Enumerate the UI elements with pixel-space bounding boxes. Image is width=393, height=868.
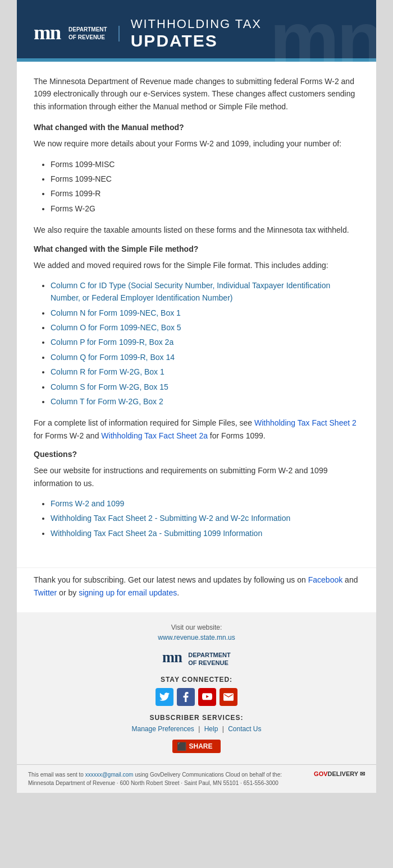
column-q-link[interactable]: Column Q for Form 1099-R, Box 14	[51, 353, 175, 362]
header-title-bottom: UPDATES	[131, 31, 262, 50]
manage-preferences-link[interactable]: Manage Preferences	[131, 725, 194, 733]
questions-list: Forms W-2 and 1099 Withholding Tax Fact …	[51, 497, 359, 539]
twitter-social-icon[interactable]	[156, 688, 173, 706]
footer-dept-text: DEPARTMENT OF REVENUE	[188, 651, 231, 667]
list-item: Forms W-2 and 1099	[51, 497, 359, 510]
govdelivery-badge: GOVDELIVERY ✉	[314, 770, 365, 778]
logo-dept-text: DEPARTMENT OF REVENUE	[68, 26, 120, 41]
list-item: Column P for Form 1099-R, Box 2a	[51, 336, 359, 348]
column-r-link[interactable]: Column R for Form W-2G, Box 1	[51, 367, 164, 376]
youtube-social-icon[interactable]	[198, 688, 216, 706]
email-header: mn DEPARTMENT OF REVENUE WITHHOLDING TAX…	[17, 0, 376, 62]
manual-method-body: We now require more details about your F…	[34, 137, 359, 150]
questions-body: See our website for instructions and req…	[34, 464, 359, 490]
manual-method-list: Forms 1099-MISC Forms 1099-NEC Forms 109…	[51, 158, 359, 215]
list-item: Withholding Tax Fact Sheet 2a - Submitti…	[51, 527, 359, 539]
facebook-social-icon[interactable]	[177, 688, 195, 706]
share-label: SHARE	[189, 742, 212, 750]
list-item: Forms W-2G	[51, 202, 359, 215]
list-item: Column N for Form 1099-NEC, Box 1	[51, 307, 359, 319]
fact-sheet-2-link[interactable]: Withholding Tax Fact Sheet 2	[254, 418, 357, 427]
email-social-icon[interactable]	[220, 688, 237, 706]
facebook-link[interactable]: Facebook	[308, 575, 342, 584]
email-signup-link[interactable]: signing up for email updates	[79, 588, 177, 597]
header-title-top: WITHHOLDING TAX	[131, 17, 262, 31]
twitter-link[interactable]: Twitter	[34, 588, 57, 597]
svg-text:mn: mn	[34, 21, 61, 43]
list-item: Column S for Form W-2G, Box 15	[51, 381, 359, 393]
email-wrapper: mn DEPARTMENT OF REVENUE WITHHOLDING TAX…	[0, 0, 393, 793]
bottom-bar-text: This email was sent to xxxxxx@gmail.com …	[28, 770, 308, 787]
list-item: Column Q for Form 1099-R, Box 14	[51, 351, 359, 363]
list-item: Column T for Form W-2G, Box 2	[51, 395, 359, 408]
header-title: WITHHOLDING TAX UPDATES	[131, 17, 262, 50]
column-o-link[interactable]: Column O for Form 1099-NEC, Box 5	[51, 323, 181, 332]
manual-method-footer: We also require the taxable amounts list…	[34, 224, 359, 236]
main-content: The Minnesota Department of Revenue made…	[17, 62, 376, 562]
column-s-link[interactable]: Column S for Form W-2G, Box 15	[51, 382, 168, 391]
email-address-link[interactable]: xxxxxx@gmail.com	[85, 772, 134, 778]
svg-text:mn: mn	[162, 649, 182, 666]
thankyou-text: Thank you for subscribing. Get our lates…	[34, 574, 359, 599]
simple-method-list: Column C for ID Type (Social Security Nu…	[51, 279, 359, 408]
share-button[interactable]: ⬛ SHARE	[172, 740, 220, 753]
list-item: Forms 1099-NEC	[51, 173, 359, 185]
footer-stay-connected: STAY CONNECTED:	[28, 676, 365, 684]
email-container: mn DEPARTMENT OF REVENUE WITHHOLDING TAX…	[17, 0, 376, 793]
intro-paragraph: The Minnesota Department of Revenue made…	[34, 75, 359, 113]
fact-sheet-2a-link[interactable]: Withholding Tax Fact Sheet 2a	[101, 431, 208, 440]
column-c-link[interactable]: Column C for ID Type (Social Security Nu…	[51, 281, 330, 302]
header-bg-decoration: mn	[269, 0, 376, 62]
manual-method-heading: What changed with the Manual method?	[34, 123, 359, 132]
column-n-link[interactable]: Column N for Form 1099-NEC, Box 1	[51, 308, 181, 317]
logo-area: mn DEPARTMENT OF REVENUE WITHHOLDING TAX…	[34, 17, 262, 50]
footer-subscriber-label: SUBSCRIBER SERVICES:	[28, 714, 365, 722]
footer-mn-icon: mn	[162, 649, 184, 669]
forms-w2-1099-link[interactable]: Forms W-2 and 1099	[51, 499, 124, 508]
fact-sheet-2a-link-q[interactable]: Withholding Tax Fact Sheet 2a - Submitti…	[51, 529, 262, 538]
thankyou-section: Thank you for subscribing. Get our lates…	[17, 567, 376, 612]
simple-method-footer: For a complete list of information requi…	[34, 417, 359, 442]
social-icons-group	[28, 688, 365, 706]
list-item: Column C for ID Type (Social Security Nu…	[51, 279, 359, 304]
list-item: Forms 1099-R	[51, 187, 359, 200]
contact-us-link[interactable]: Contact Us	[228, 725, 261, 733]
list-item: Column R for Form W-2G, Box 1	[51, 366, 359, 378]
share-icon: ⬛	[177, 742, 186, 751]
fact-sheet-2-link-q[interactable]: Withholding Tax Fact Sheet 2 - Submittin…	[51, 514, 290, 523]
email-footer: Visit our website: www.revenue.state.mn.…	[17, 612, 376, 764]
bottom-bar: This email was sent to xxxxxx@gmail.com …	[17, 764, 376, 793]
simple-method-body: We added and moved required rows for the…	[34, 259, 359, 271]
footer-visit-label: Visit our website:	[28, 624, 365, 631]
simple-method-heading: What changed with the Simple File method…	[34, 244, 359, 253]
list-item: Withholding Tax Fact Sheet 2 - Submittin…	[51, 512, 359, 524]
list-item: Column O for Form 1099-NEC, Box 5	[51, 321, 359, 334]
help-link[interactable]: Help	[204, 725, 218, 733]
questions-heading: Questions?	[34, 450, 359, 459]
footer-service-links: Manage Preferences | Help | Contact Us	[28, 725, 365, 733]
column-t-link[interactable]: Column T for Form W-2G, Box 2	[51, 397, 163, 406]
list-item: Forms 1099-MISC	[51, 158, 359, 170]
footer-logo: mn DEPARTMENT OF REVENUE	[28, 649, 365, 669]
mn-logo-icon: mn	[34, 21, 62, 47]
footer-website-link[interactable]: www.revenue.state.mn.us	[28, 634, 365, 641]
column-p-link[interactable]: Column P for Form 1099-R, Box 2a	[51, 338, 173, 347]
